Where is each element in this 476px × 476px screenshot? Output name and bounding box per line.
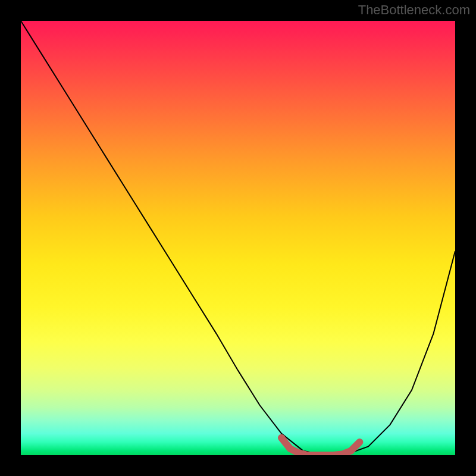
attribution-text: TheBottleneck.com <box>358 2 470 18</box>
chart-svg <box>21 21 455 455</box>
bottleneck-curve-path <box>21 21 455 455</box>
chart-plot-area <box>21 21 455 455</box>
optimal-range-path <box>281 438 359 455</box>
